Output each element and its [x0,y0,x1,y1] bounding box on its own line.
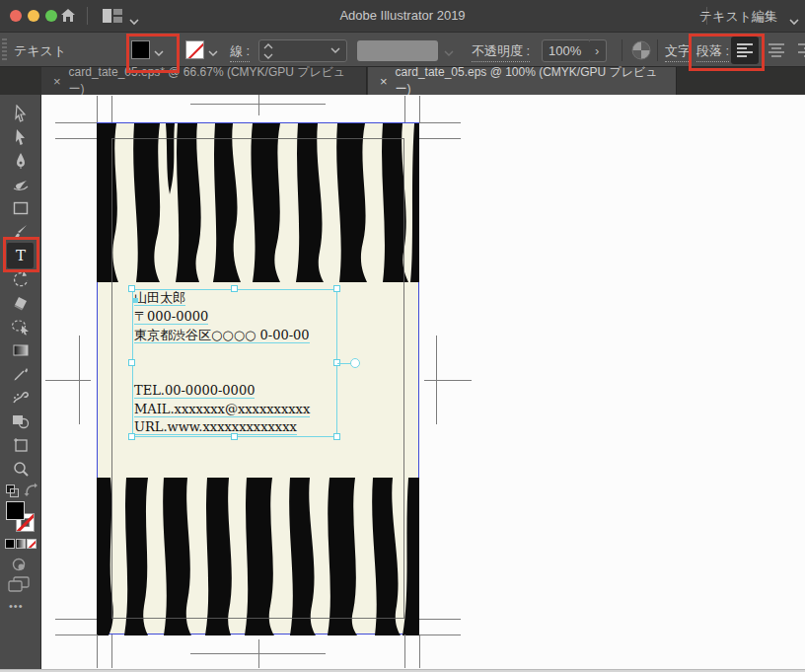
corner-widget-stem [337,363,351,364]
rectangle-tool[interactable] [7,195,34,221]
title-bar: Adobe Illustrator 2019 テキスト編集 [0,0,805,32]
character-panel-link[interactable]: 文字 [665,42,691,62]
stroke-color-swatch[interactable] [185,40,204,59]
document-canvas[interactable]: 山田太郎 〒000-0000 東京都渋谷区○○○○ 0-00-00 TEL.00… [41,95,805,668]
fill-color-indicator[interactable] [6,501,25,520]
control-divider [622,39,622,61]
no-stroke-slash-icon [188,41,204,59]
none-slash-icon [27,539,37,549]
align-right-button[interactable] [792,37,805,64]
annotation-box-paragraph [689,34,765,71]
opacity-expand-button[interactable]: › [590,39,607,62]
selection-tool[interactable] [7,101,34,126]
trim-mark [419,96,420,122]
trim-mark [419,635,420,668]
sphere-icon [631,40,651,63]
selection-handle-top-left[interactable] [128,285,135,292]
curvature-tool[interactable] [7,172,34,197]
trim-mark [97,635,98,668]
selection-handle-bottom-left[interactable] [128,433,135,440]
document-tab-active[interactable]: × card_tate_05.eps @ 100% (CMYK/GPU プレビュ… [368,67,677,95]
trim-mark [419,138,461,139]
trim-mark [55,122,97,123]
shape-builder-tool[interactable] [7,409,34,434]
center-mark-right [424,380,472,381]
gradient-tool[interactable] [7,337,34,363]
drawing-mode-icon[interactable] [11,557,27,576]
trim-mark [419,619,461,620]
document-tab-bar: × card_tate_05.eps* @ 66.67% (CMYK/GPU プ… [0,67,805,95]
stepper-arrows-icon[interactable] [263,43,273,59]
pen-tool[interactable] [7,148,34,174]
tab-close-icon[interactable]: × [380,74,388,89]
annotation-box-fill-swatch [126,34,180,73]
eyedropper-tool[interactable] [7,361,34,387]
opacity-field[interactable]: 100% [542,39,591,62]
symbol-sprayer-tool[interactable] [7,385,34,411]
center-mark-top [258,95,259,115]
align-center-button[interactable] [763,37,790,64]
trim-mark [55,138,97,139]
control-divider [657,39,658,61]
tools-panel: T [0,95,41,669]
context-label: テキスト [14,42,66,60]
tab-close-icon[interactable]: × [53,74,61,89]
trim-mark [404,635,405,668]
document-tab-inactive[interactable]: × card_tate_05.eps* @ 66.67% (CMYK/GPU プ… [41,67,367,95]
mini-fill-stroke-icon[interactable] [6,484,20,501]
selection-handle-top-center[interactable] [231,285,238,292]
none-mode-button[interactable] [27,539,37,549]
trim-mark [419,122,461,123]
annotation-box-type-tool [3,237,39,272]
stroke-weight-label[interactable]: 線 : [230,42,250,62]
workspace-menu-chevron-icon[interactable] [789,12,799,30]
panel-grip[interactable] [2,38,7,62]
trim-mark [111,96,112,122]
trim-mark [111,635,112,668]
workspace-menu[interactable]: テキスト編集 [699,8,777,26]
text-in-port[interactable] [133,298,138,303]
opacity-label[interactable]: 不透明度 : [472,42,530,62]
brush-chevron-icon [444,45,454,53]
control-bar: テキスト 線 : 不透明度 : 100% › 文字 段落 : [0,32,805,67]
selection-bounding-box [132,289,337,437]
artboard-tool[interactable] [7,432,34,458]
eraser-tool[interactable] [7,290,34,316]
tab-label: card_tate_05.eps @ 100% (CMYK/GPU プレビュー) [396,64,664,98]
zoom-tool[interactable] [7,456,34,482]
stroke-chevron-icon[interactable] [208,45,218,53]
color-mode-button[interactable] [5,539,15,549]
trim-mark [97,96,98,122]
screen-mode-icon[interactable] [8,576,30,596]
trim-mark [404,96,405,122]
gradient-mode-button[interactable] [16,539,26,549]
selection-handle-bottom-center[interactable] [231,433,238,440]
stroke-weight-field[interactable] [258,39,347,62]
direct-selection-tool[interactable] [7,124,34,150]
window-title: Adobe Illustrator 2019 [0,8,805,23]
selection-handle-bottom-right[interactable] [333,433,340,440]
trim-mark [55,635,97,635]
tab-label: card_tate_05.eps* @ 66.67% (CMYK/GPU プレビ… [69,64,354,98]
edit-toolbar-ellipsis[interactable]: ••• [9,600,24,612]
brush-definition-dropdown [357,40,438,61]
corner-widget-handle[interactable] [350,358,360,368]
center-mark-left [45,380,91,381]
trim-mark [419,635,461,635]
swap-fill-stroke-icon[interactable] [24,483,37,500]
selection-handle-mid-left[interactable] [128,359,135,366]
trim-mark [55,619,97,620]
center-mark-bottom [258,639,259,668]
selection-handle-top-right[interactable] [333,285,340,292]
stroke-weight-chevron-icon[interactable] [330,47,340,54]
lasso-tool[interactable] [7,314,34,339]
